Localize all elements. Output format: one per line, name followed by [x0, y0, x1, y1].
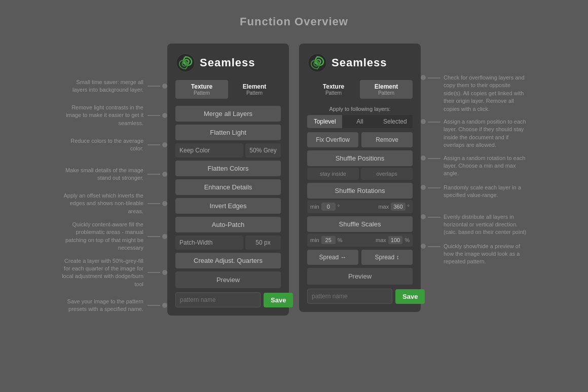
panel-left-header: Seamless: [175, 53, 281, 73]
overlaps-option[interactable]: overlaps: [361, 168, 413, 180]
tab-element-right-main: Element: [362, 83, 411, 90]
ann-row-flatten-light: Remove light contrasts in the image to m…: [61, 103, 167, 128]
layer-tab-selected[interactable]: Selected: [378, 115, 413, 128]
rann-dot-preview: [421, 244, 426, 249]
ann-line-autopatch: [148, 236, 160, 237]
rot-max-val[interactable]: 360: [391, 203, 405, 211]
tab-element-left[interactable]: Element Pattern: [228, 80, 281, 99]
invert-edges-button[interactable]: Invert Edges: [175, 198, 281, 214]
rann-row-spread: Evenly distribute all layers in horizont…: [421, 213, 527, 238]
keep-color-row: Keep Color 50% Grey: [175, 143, 281, 158]
shuffle-positions-section: Shuffle Positions stay inside overlaps: [307, 150, 413, 180]
tab-texture-right-sub: Pattern: [309, 90, 358, 96]
panel-right-title: Seamless: [332, 56, 387, 69]
save-row-left: Save: [175, 292, 281, 307]
layer-tabs: Toplevel All Selected: [307, 115, 413, 128]
ann-dot-enhance: [162, 172, 167, 177]
rot-min-val[interactable]: 0: [321, 203, 336, 211]
ann-line-invert: [148, 203, 160, 204]
enhance-details-button[interactable]: Enhance Details: [175, 179, 281, 195]
panel-right-header: Seamless: [307, 53, 413, 73]
main-layout: Small time saver: merge all layers into …: [10, 44, 578, 323]
flatten-colors-button[interactable]: Flatten Colors: [175, 161, 281, 176]
save-button-right[interactable]: Save: [395, 289, 425, 304]
flatten-light-button[interactable]: Flatten Light: [175, 125, 281, 140]
ann-dot-invert: [162, 201, 167, 206]
rann-line-overflow: [428, 77, 440, 79]
rann-line-scales: [428, 187, 440, 188]
patch-width-label: Patch-Width: [175, 236, 243, 250]
rann-text-scales: Randomly scale each layer in a specified…: [444, 184, 527, 200]
ann-text-autopatch: Quickly content-aware fill the problemat…: [61, 221, 148, 252]
scale-min-val[interactable]: 25: [321, 236, 336, 244]
save-row-right: Save: [307, 289, 413, 304]
ann-line-save: [148, 305, 160, 306]
save-button-left[interactable]: Save: [264, 293, 293, 307]
patch-width-value: 50 px: [245, 236, 281, 250]
scale-min-label: min: [310, 237, 319, 243]
ann-row-quarters: Create a layer with 50%-grey-fill for ea…: [61, 257, 167, 289]
ann-line-flatten-color: [148, 144, 160, 145]
tab-texture-left[interactable]: Texture Pattern: [175, 80, 228, 99]
spread-row: Spread ↔ Spread ↕: [307, 250, 413, 265]
rann-dot-positions: [421, 119, 426, 124]
rann-row-overflow: Check for overflowing layers and copy th…: [421, 74, 527, 113]
rann-text-positions: Assign a random position to each layer. …: [444, 118, 527, 149]
shuffle-rotations-button[interactable]: Shuffle Rotations: [307, 183, 413, 199]
save-input-right[interactable]: [307, 289, 392, 304]
preview-button-right[interactable]: Preview: [307, 268, 413, 285]
ann-line-enhance: [148, 174, 160, 175]
scale-max-unit: %: [405, 237, 410, 243]
panel-left: Seamless Texture Pattern Element Pattern…: [167, 44, 289, 316]
rann-text-overflow: Check for overflowing layers and copy th…: [444, 74, 527, 113]
merge-all-layers-button[interactable]: Merge all Layers: [175, 106, 281, 122]
shuffle-positions-button[interactable]: Shuffle Positions: [307, 150, 413, 166]
shuffle-positions-options: stay inside overlaps: [307, 168, 413, 180]
preview-button-left[interactable]: Preview: [175, 271, 281, 288]
fix-overflow-button[interactable]: Fix Overflow: [307, 132, 358, 147]
layer-tab-all[interactable]: All: [342, 115, 377, 128]
stay-inside-option[interactable]: stay inside: [307, 168, 359, 180]
tab-element-right[interactable]: Element Pattern: [360, 80, 413, 99]
spread-h-button[interactable]: Spread ↔: [307, 250, 358, 265]
rann-dot-scales: [421, 185, 426, 190]
ann-line-quarters: [148, 272, 160, 273]
rann-text-spread: Evenly distribute all layers in horizont…: [444, 213, 527, 237]
left-annotations: Small time saver: merge all layers into …: [61, 44, 167, 323]
auto-patch-button[interactable]: Auto-Patch: [175, 217, 281, 232]
seamless-logo-left: [175, 53, 196, 73]
save-input-left[interactable]: [175, 292, 261, 307]
rann-line-spread: [428, 217, 440, 218]
shuffle-rotations-section: Shuffle Rotations min 0 ° max 360 °: [307, 183, 413, 213]
remove-button[interactable]: Remove: [361, 132, 413, 147]
rann-row-scales: Randomly scale each layer in a specified…: [421, 184, 527, 208]
create-quarters-button[interactable]: Create Adjust. Quarters: [175, 253, 281, 268]
scale-max-val[interactable]: 100: [388, 236, 402, 244]
ann-row-enhance: Make small details of the image stand ou…: [61, 162, 167, 186]
fix-row: Fix Overflow Remove: [307, 132, 413, 147]
seamless-logo-right: [307, 53, 327, 73]
ann-dot-merge: [162, 84, 167, 89]
tab-texture-left-sub: Pattern: [177, 90, 226, 96]
patch-width-row: Patch-Width 50 px: [175, 236, 281, 250]
tab-texture-right[interactable]: Texture Pattern: [307, 80, 360, 99]
ann-text-save: Save your image to the pattern presets w…: [61, 298, 148, 313]
rann-line-positions: [428, 122, 440, 123]
spread-v-button[interactable]: Spread ↕: [361, 250, 413, 265]
rann-row-positions: Assign a random position to each layer. …: [421, 118, 527, 149]
panel-right-tabs: Texture Pattern Element Pattern: [307, 80, 413, 99]
ann-dot-save: [162, 303, 167, 308]
ann-dot-quarters: [162, 270, 167, 275]
tab-texture-left-main: Texture: [177, 83, 226, 90]
shuffle-scales-button[interactable]: Shuffle Scales: [307, 216, 413, 232]
rot-min-label: min: [310, 204, 319, 210]
scales-range-row: min 25 % max 100 %: [307, 233, 413, 247]
rot-max-unit: °: [408, 204, 410, 210]
shuffle-scales-section: Shuffle Scales min 25 % max 100 %: [307, 216, 413, 247]
layer-tab-toplevel[interactable]: Toplevel: [307, 115, 342, 128]
rot-min-unit: °: [338, 204, 340, 210]
tab-element-right-sub: Pattern: [362, 90, 411, 96]
ann-text-enhance: Make small details of the image stand ou…: [61, 167, 148, 182]
rotations-range-row: min 0 ° max 360 °: [307, 200, 413, 213]
keep-color-value: 50% Grey: [245, 143, 281, 158]
